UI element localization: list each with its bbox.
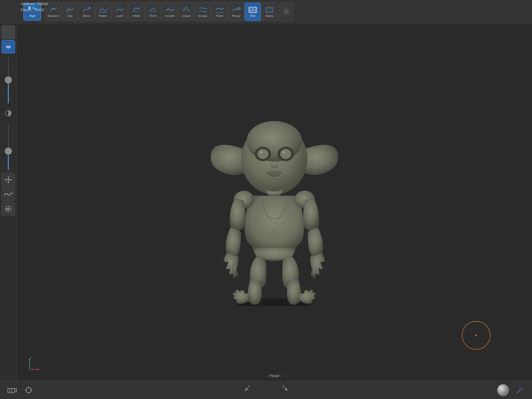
tool-crease-label: Crease — [182, 14, 191, 17]
tool-scrape[interactable]: Scrape — [195, 2, 211, 21]
tool-polish-label: Polish — [216, 14, 223, 17]
tool-standard[interactable]: Standard — [45, 2, 61, 21]
svg-point-34 — [257, 149, 269, 159]
svg-point-60 — [10, 389, 12, 392]
tool-polish[interactable]: Polish — [211, 2, 228, 21]
svg-rect-14 — [250, 11, 256, 12]
strength-slider[interactable] — [2, 121, 15, 172]
tool-move[interactable]: Move — [78, 2, 95, 21]
stroke-button[interactable] — [2, 188, 15, 201]
tools-list: Standard Clay Move — [45, 2, 293, 21]
model-area — [17, 23, 532, 381]
tool-smooth-label: Smooth — [165, 14, 175, 17]
top-toolbar: Vertices: 79934 Faces: 79932 Pull — [0, 0, 532, 23]
active-tool-label: Pull — [29, 14, 35, 18]
svg-text:X: X — [38, 367, 39, 369]
tool-stamp[interactable]: Stamp — [261, 2, 277, 21]
tool-planar-label: Planar — [232, 14, 240, 17]
svg-point-17 — [285, 10, 288, 13]
svg-marker-59 — [15, 388, 16, 392]
left-sidebar: X|X — [0, 23, 17, 381]
orient-button[interactable] — [513, 383, 527, 397]
size-slider[interactable] — [2, 55, 15, 105]
svg-point-32 — [247, 121, 302, 162]
tool-pinch[interactable]: Pinch — [145, 2, 161, 21]
svg-point-61 — [26, 388, 31, 393]
redo-button[interactable] — [277, 383, 290, 397]
sidebar-square-btn[interactable] — [2, 25, 15, 39]
svg-line-68 — [520, 389, 523, 390]
tool-scrape-label: Scrape — [198, 14, 208, 17]
move-pan-button[interactable] — [2, 173, 15, 187]
tool-clay-label: Clay — [67, 14, 73, 17]
svg-line-29 — [6, 208, 8, 209]
svg-rect-12 — [250, 8, 252, 10]
tool-standard-label: Standard — [48, 14, 59, 17]
svg-rect-13 — [253, 8, 256, 10]
symmetry-label: X|X — [6, 45, 11, 49]
tool-planar[interactable]: Planar — [228, 2, 244, 21]
svg-marker-66 — [246, 388, 248, 390]
tool-inflate-label: Inflate — [132, 14, 140, 17]
tool-layer[interactable]: Layer — [112, 2, 128, 21]
tool-pull-label: Pull — [250, 14, 255, 17]
focus-button[interactable] — [22, 383, 35, 397]
svg-marker-21 — [8, 176, 9, 177]
tool-pinch-label: Pinch — [149, 14, 157, 17]
tool-pull[interactable]: Pull — [245, 2, 261, 21]
viewport[interactable]: Y X - Head - — [17, 23, 532, 381]
tool-settings[interactable] — [279, 2, 293, 21]
coordinate-axes: Y X — [24, 356, 40, 373]
svg-point-38 — [282, 151, 285, 154]
tool-flatten[interactable]: Flatten — [95, 2, 111, 21]
svg-marker-73 — [519, 386, 521, 388]
svg-marker-22 — [8, 182, 9, 183]
contrast-icon — [2, 107, 15, 120]
cut-add-button[interactable] — [2, 202, 15, 216]
svg-marker-67 — [284, 388, 287, 390]
tool-smooth[interactable]: Smooth — [162, 2, 178, 21]
undo-button[interactable] — [242, 383, 256, 397]
tool-clay[interactable]: Clay — [62, 2, 78, 21]
svg-line-28 — [6, 209, 8, 211]
symmetry-button[interactable]: X|X — [2, 40, 15, 54]
camera-button[interactable] — [5, 383, 19, 397]
bottom-right — [497, 383, 527, 397]
bottom-toolbar — [0, 381, 532, 399]
active-tool-display[interactable]: Pull — [23, 3, 41, 21]
tool-layer-label: Layer — [116, 14, 123, 17]
svg-point-35 — [260, 151, 263, 154]
tool-flatten-label: Flatten — [99, 14, 108, 17]
svg-marker-24 — [11, 179, 12, 181]
tool-move-label: Move — [83, 14, 90, 17]
svg-marker-6 — [88, 7, 91, 8]
tool-stamp-label: Stamp — [265, 14, 274, 17]
svg-marker-23 — [5, 179, 6, 181]
svg-text:Y: Y — [30, 357, 32, 359]
svg-rect-16 — [267, 8, 272, 11]
svg-marker-4 — [35, 8, 37, 9]
material-sphere[interactable] — [497, 384, 509, 396]
svg-point-37 — [280, 149, 291, 159]
tool-crease[interactable]: Crease — [178, 2, 194, 21]
bottom-center — [242, 383, 290, 397]
tool-inflate[interactable]: Inflate — [128, 2, 144, 21]
